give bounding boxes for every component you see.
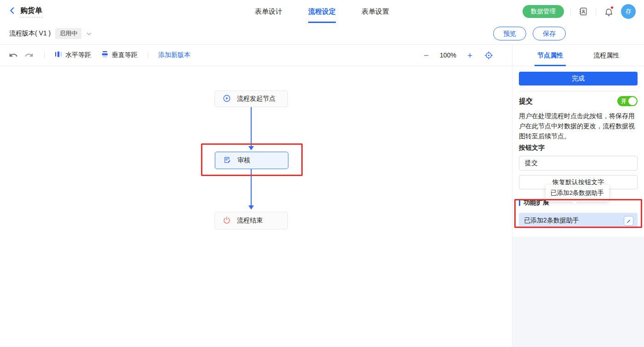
node-label: 流程发起节点: [237, 95, 276, 103]
tab-flow-setting[interactable]: 流程设定: [308, 0, 336, 23]
assistant-row-label: 已添加2条数据助手: [524, 216, 579, 225]
power-icon: [223, 216, 231, 226]
panel-tabs: 节点属性 流程属性: [512, 45, 644, 66]
edit-pencil-icon[interactable]: [624, 216, 633, 226]
node-label: 流程结束: [237, 216, 263, 225]
horizontal-spacing-button[interactable]: 水平等距: [55, 51, 91, 60]
avatar[interactable]: 存: [621, 4, 636, 19]
zoom-controls: − 100% +: [424, 50, 494, 60]
flow-canvas[interactable]: 流程发起节点 审核 流程结束: [0, 66, 512, 347]
divider: [570, 8, 571, 15]
submit-setting-row: 提交 开: [519, 96, 638, 106]
button-text-input[interactable]: [519, 156, 638, 171]
node-properties-panel: 完成 提交 开 用户在处理流程时点击此按钮，将保存用户在此节点中对数据的更改，流…: [512, 66, 644, 347]
arrow-down-icon: [248, 205, 254, 210]
vertical-spacing-icon: [101, 51, 109, 60]
canvas-toolbar: 水平等距 垂直等距 添加新版本 − 100% +: [0, 45, 512, 66]
horizontal-spacing-icon: [55, 51, 62, 60]
submit-description: 用户在处理流程时点击此按钮，将保存用户在此节点中对数据的更改，流程数据视图转至后…: [519, 111, 638, 141]
version-bar: 流程版本( V1 ) 启用中 预览 保存: [0, 23, 644, 45]
divider: [148, 51, 148, 59]
zoom-in-button[interactable]: +: [467, 51, 472, 60]
toggle-knob: [628, 97, 637, 105]
status-badge: 启用中: [55, 28, 81, 39]
back-button[interactable]: 购货单: [8, 6, 42, 17]
data-manage-button[interactable]: 数据管理: [523, 5, 564, 18]
tab-flow-properties[interactable]: 流程属性: [591, 45, 622, 66]
back-icon: [8, 6, 17, 17]
node-label: 审核: [237, 156, 250, 165]
panel-content: 完成 提交 开 用户在处理流程时点击此按钮，将保存用户在此节点中对数据的更改，流…: [512, 66, 644, 237]
toolbar-band: 水平等距 垂直等距 添加新版本 − 100% +: [0, 45, 644, 66]
app-header: 购货单 表单设计 流程设定 表单设置 数据管理 存: [0, 0, 644, 23]
version-label: 流程版本( V1 ): [9, 29, 51, 38]
preview-button[interactable]: 预览: [493, 27, 526, 40]
chevron-down-icon[interactable]: [86, 31, 92, 37]
address-book-icon[interactable]: [577, 6, 589, 17]
vertical-spacing-label: 垂直等距: [112, 51, 138, 59]
flow-node-review[interactable]: 审核: [215, 152, 288, 169]
data-assistant-row[interactable]: 已添加2条数据助手: [519, 213, 638, 228]
play-circle-icon: [223, 94, 231, 104]
version-actions: 预览 保存: [493, 27, 635, 40]
flow-node-start[interactable]: 流程发起节点: [214, 91, 288, 107]
main-area: 流程发起节点 审核 流程结束: [0, 66, 644, 347]
button-text-label: 按钮文字: [519, 144, 638, 152]
zoom-level: 100%: [440, 51, 456, 59]
header-tabs: 表单设计 流程设定 表单设置: [255, 0, 389, 23]
undo-icon[interactable]: [8, 50, 18, 60]
add-version-link[interactable]: 添加新版本: [158, 51, 190, 59]
save-button[interactable]: 保存: [533, 27, 566, 40]
locate-icon[interactable]: [483, 50, 494, 60]
flow-connector: [251, 169, 252, 206]
assistant-tooltip: 已添加2条数据助手: [546, 185, 609, 201]
edit-document-icon: [223, 156, 231, 165]
submit-toggle[interactable]: 开: [617, 96, 638, 106]
vertical-spacing-button[interactable]: 垂直等距: [101, 51, 138, 60]
tab-form-design[interactable]: 表单设计: [255, 0, 282, 23]
toggle-on-label: 开: [621, 97, 627, 105]
flow-node-end[interactable]: 流程结束: [214, 212, 288, 229]
divider: [596, 8, 596, 15]
tab-node-properties[interactable]: 节点属性: [535, 45, 566, 66]
zoom-out-button[interactable]: −: [424, 51, 429, 60]
header-actions: 数据管理 存: [523, 4, 636, 19]
bell-icon[interactable]: [603, 6, 615, 17]
page-title[interactable]: 购货单: [20, 6, 42, 17]
horizontal-spacing-label: 水平等距: [65, 51, 91, 59]
divider: [44, 51, 45, 59]
done-button[interactable]: 完成: [519, 72, 638, 85]
arrow-down-icon: [248, 146, 254, 150]
divider: [519, 91, 638, 91]
submit-label: 提交: [519, 97, 533, 106]
tab-form-setting[interactable]: 表单设置: [362, 0, 389, 23]
redo-icon[interactable]: [24, 50, 34, 60]
notification-dot: [610, 6, 614, 9]
flow-connector: [251, 107, 252, 147]
